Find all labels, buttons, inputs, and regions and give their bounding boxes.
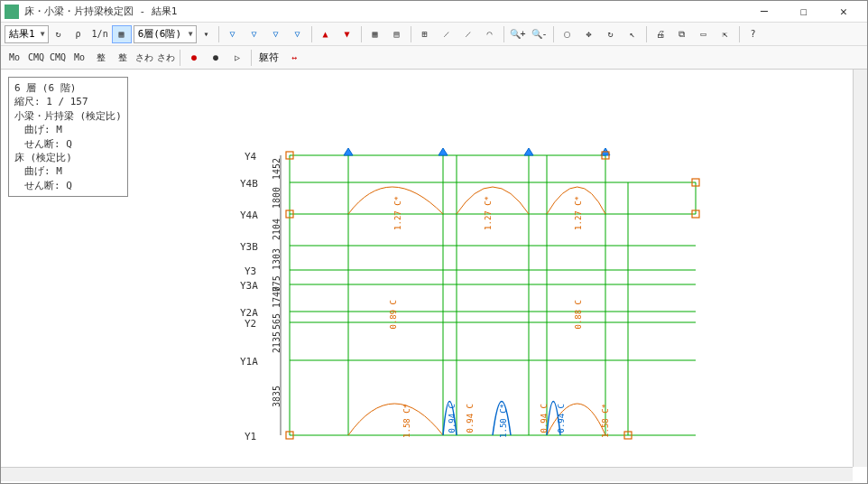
mo2-button[interactable]: Mo [69,49,89,67]
ship-label: 躯符 [255,51,282,64]
toolbar-row-2: Mo CMQ CMQ Mo 整 整 さわ さわ ● ● ▷ 躯符 ↔ [1,46,867,70]
titlebar: 床・小梁・片持梁検定図 - 結果1 ─ ☐ ✕ [1,1,867,23]
palette-icon[interactable]: ▦ [365,25,385,43]
scrollbar-horizontal[interactable] [1,467,853,481]
scale-icon[interactable]: ⊞ [415,25,435,43]
arrow-down-red-icon[interactable]: ▼ [337,25,357,43]
check-ratio: 1.58 C* [402,404,411,438]
rotate-icon[interactable]: ↻ [601,25,621,43]
black-dot-icon[interactable]: ● [206,49,226,67]
pan-icon[interactable]: ✥ [579,25,599,43]
v4-icon[interactable]: ▽ [288,25,308,43]
v1-icon[interactable]: ▽ [223,25,243,43]
structural-diagram [1,70,867,481]
maximize-button[interactable]: ☐ [784,2,824,22]
check-ratio: 1.27 C* [484,196,493,230]
zoom-out-icon[interactable]: 🔍- [530,25,549,43]
y-dim: 3835 [272,386,282,407]
red-dot-icon[interactable]: ● [184,49,204,67]
y-dim: 1740 [272,286,282,308]
line2-icon[interactable]: ⟋ [458,25,478,43]
check-ratio: 1.27 C* [393,196,402,230]
y-label: Y3B [240,241,258,253]
check-ratio: 0.94 C [466,404,475,433]
refresh-icon[interactable]: ↻ [51,25,67,43]
result-select[interactable]: 結果1 [5,25,49,43]
grid-icon[interactable]: ▦ [112,25,132,43]
window-title: 床・小梁・片持梁検定図 - 結果1 [24,5,744,18]
check-ratio: 0.89 C [389,300,398,330]
y-dim: 2135 [272,331,282,353]
v3-icon[interactable]: ▽ [266,25,286,43]
sei2-button[interactable]: 整 [113,49,133,67]
fit-icon[interactable]: ▢ [558,25,577,43]
cmq1-button[interactable]: CMQ [26,49,46,67]
layers-icon[interactable]: ▤ [387,25,407,43]
y-label: Y3 [245,265,256,277]
mo1-button[interactable]: Mo [5,49,24,67]
cmq2-button[interactable]: CMQ [48,49,68,67]
check-ratio: 0.88 C [574,300,583,330]
check-ratio: 1.50 C* [499,404,508,438]
rho-icon[interactable]: ρ [69,25,88,43]
fraction-icon[interactable]: 1/n [90,25,110,43]
minimize-button[interactable]: ─ [744,2,784,22]
toolbar-row-1: 結果1 ↻ ρ 1/n ▦ 6層(6階) ▾ ▽ ▽ ▽ ▽ ▲ ▼ ▦ ▤ ⊞… [1,23,867,46]
y-label: Y2 [245,318,256,330]
y-dim: 1800 [272,187,282,209]
cursor-icon[interactable]: ↖ [623,25,642,43]
arc-icon[interactable]: ◠ [480,25,500,43]
drawing-area[interactable]: 6 層 (6 階)縮尺: 1 / 157小梁・片持梁 (検定比) 曲げ: M せ… [1,70,867,481]
y-label: Y1 [245,431,256,442]
y-label: Y1A [240,356,258,368]
export-icon[interactable]: ⇱ [716,25,735,43]
help-icon[interactable]: ? [743,25,763,43]
scrollbar-vertical[interactable] [853,70,867,467]
sawa2-button[interactable]: さわ [156,49,176,67]
y-label: Y3A [240,280,258,292]
y-dim: 2104 [272,219,282,240]
triangle-icon[interactable]: ▷ [227,49,247,67]
print-icon[interactable]: 🖨 [651,25,670,43]
line1-icon[interactable]: ⟋ [437,25,457,43]
copy-icon[interactable]: ⧉ [672,25,692,43]
arrow-lr-icon[interactable]: ↔ [284,49,304,67]
y-label: Y4B [240,178,258,190]
y-dim: 775 1303 [272,248,282,292]
check-ratio: 0.94 C [448,404,457,433]
close-button[interactable]: ✕ [824,2,863,22]
y-label: Y4 [245,151,256,163]
y-dim: 565 [272,313,282,330]
y-dim: 1452 [272,158,282,180]
layer-select[interactable]: 6層(6階) [134,25,197,43]
check-ratio: 0.94 C [540,404,549,433]
window-icon[interactable]: ▭ [694,25,714,43]
zoom-in-icon[interactable]: 🔍+ [508,25,528,43]
sawa1-button[interactable]: さわ [134,49,154,67]
check-ratio: 1.27 C* [574,196,583,230]
v2-icon[interactable]: ▽ [245,25,264,43]
arrow-up-red-icon[interactable]: ▲ [316,25,336,43]
layer-down-icon[interactable]: ▾ [199,25,215,43]
sei1-button[interactable]: 整 [91,49,111,67]
check-ratio: 0.94 C [557,404,566,433]
y-label: Y4A [240,209,258,221]
app-icon [5,5,19,19]
check-ratio: 1.58 C* [601,404,610,438]
